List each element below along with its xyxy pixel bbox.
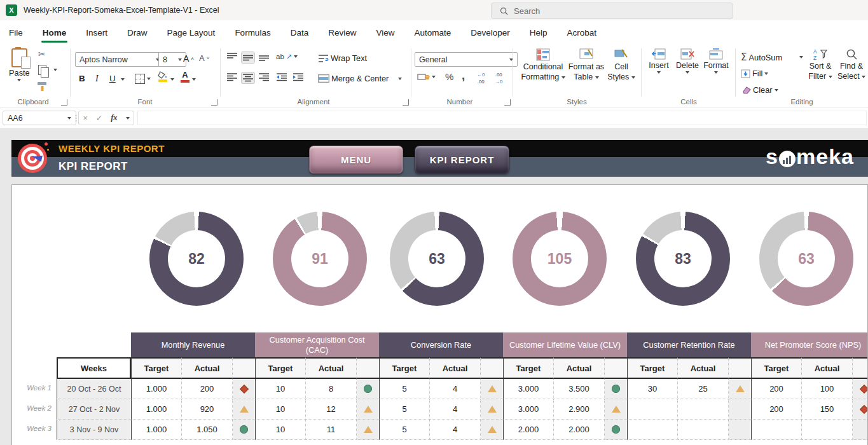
kpi-cell-r3-g6-actual[interactable] xyxy=(802,420,853,440)
kpi-cell-r1-g4-target[interactable]: 3.000 xyxy=(503,379,554,399)
find-select-button[interactable]: Find & Select xyxy=(837,48,866,81)
align-bottom-button[interactable] xyxy=(258,52,270,62)
kpi-cell-r1-g4-actual[interactable]: 3.500 xyxy=(554,379,605,399)
menu-tab-draw[interactable]: Draw xyxy=(126,20,149,44)
kpi-week-cell-2[interactable]: 27 Oct - 2 Nov xyxy=(57,399,131,420)
kpi-cell-r3-g5-actual[interactable] xyxy=(678,420,729,440)
font-color-button[interactable]: A xyxy=(181,71,189,83)
align-left-button[interactable] xyxy=(226,72,238,82)
menu-tab-developer[interactable]: Developer xyxy=(469,20,511,44)
search-input[interactable]: Search xyxy=(491,3,733,19)
bold-button[interactable]: B xyxy=(79,74,85,83)
menu-tab-data[interactable]: Data xyxy=(289,20,310,44)
clipboard-dialog-launcher[interactable] xyxy=(61,99,67,106)
confirm-entry-icon[interactable]: ✓ xyxy=(96,113,102,123)
menu-tab-acrobat[interactable]: Acrobat xyxy=(566,20,598,44)
fill-button[interactable]: Fill xyxy=(741,69,768,78)
kpi-status-cell-r3-g4[interactable] xyxy=(605,420,627,440)
kpi-donut-6[interactable]: 63 xyxy=(759,212,853,306)
menu-tab-review[interactable]: Review xyxy=(327,20,357,44)
increase-indent-button[interactable] xyxy=(293,72,304,82)
kpi-cell-r3-g1-actual[interactable]: 1.050 xyxy=(182,420,233,440)
comma-style-button[interactable]: , xyxy=(462,69,465,83)
format-cells-button[interactable]: Format xyxy=(702,48,730,74)
align-top-button[interactable] xyxy=(226,52,238,62)
cancel-entry-icon[interactable]: × xyxy=(83,114,87,123)
kpi-donut-4[interactable]: 105 xyxy=(513,212,607,306)
autosum-button[interactable]: Σ AutoSum xyxy=(741,51,803,63)
borders-button[interactable] xyxy=(135,74,151,84)
kpi-cell-r3-g3-actual[interactable]: 4 xyxy=(430,420,481,440)
kpi-status-cell-r2-g1[interactable] xyxy=(233,399,255,420)
kpi-cell-r2-g3-target[interactable]: 5 xyxy=(379,399,430,420)
kpi-cell-r3-g4-target[interactable]: 2.000 xyxy=(503,420,554,440)
number-dialog-launcher[interactable] xyxy=(504,99,511,106)
insert-cells-button[interactable]: Insert xyxy=(646,48,672,74)
kpi-week-cell-1[interactable]: 20 Oct - 26 Oct xyxy=(57,379,131,399)
menu-tab-formulas[interactable]: Formulas xyxy=(233,20,272,44)
kpi-cell-r1-g6-target[interactable]: 200 xyxy=(751,379,802,399)
kpi-status-cell-r2-g5[interactable] xyxy=(729,399,751,420)
align-middle-button[interactable] xyxy=(242,52,254,63)
kpi-donut-2[interactable]: 91 xyxy=(273,212,367,306)
kpi-cell-r2-g2-actual[interactable]: 12 xyxy=(306,399,357,420)
font-name-select[interactable]: Aptos Narrow xyxy=(75,52,164,67)
kpi-status-cell-r3-g6[interactable] xyxy=(853,420,868,440)
kpi-cell-r1-g2-actual[interactable]: 8 xyxy=(306,379,357,399)
kpi-cell-r2-g3-actual[interactable]: 4 xyxy=(430,399,481,420)
kpi-cell-r1-g5-actual[interactable]: 25 xyxy=(678,379,729,399)
cell-styles-button[interactable]: Cell Styles xyxy=(605,48,638,81)
clear-button[interactable]: Clear xyxy=(741,85,778,95)
align-center-button[interactable] xyxy=(242,72,254,83)
kpi-cell-r2-g4-actual[interactable]: 2.900 xyxy=(554,399,605,420)
kpi-week-cell-3[interactable]: 3 Nov - 9 Nov xyxy=(57,420,131,440)
menu-tab-help[interactable]: Help xyxy=(528,20,549,44)
font-dialog-launcher[interactable] xyxy=(211,99,217,106)
kpi-cell-r1-g3-target[interactable]: 5 xyxy=(379,379,430,399)
menu-button[interactable]: MENU xyxy=(309,146,403,174)
decrease-decimal-button[interactable]: .00→0 xyxy=(495,72,502,85)
kpi-cell-r3-g4-actual[interactable]: 2.000 xyxy=(554,420,605,440)
orientation-button[interactable]: ab↗ xyxy=(276,52,298,61)
name-box[interactable]: AA6 xyxy=(3,111,76,125)
kpi-status-cell-r2-g2[interactable] xyxy=(357,399,379,420)
wrap-text-button[interactable]: Wrap Text xyxy=(318,53,367,63)
italic-button[interactable]: I xyxy=(95,74,99,84)
format-painter-button[interactable] xyxy=(37,81,48,92)
kpi-cell-r1-g1-actual[interactable]: 200 xyxy=(182,379,233,399)
kpi-cell-r1-g2-target[interactable]: 10 xyxy=(255,379,306,399)
kpi-status-cell-r1-g2[interactable] xyxy=(357,379,379,399)
kpi-status-cell-r2-g3[interactable] xyxy=(481,399,503,420)
align-right-button[interactable] xyxy=(258,72,270,82)
kpi-cell-r2-g6-target[interactable]: 200 xyxy=(751,399,802,420)
kpi-cell-r2-g6-actual[interactable]: 150 xyxy=(802,399,853,420)
kpi-donut-5[interactable]: 83 xyxy=(636,212,730,306)
sort-filter-button[interactable]: A Z Sort & Filter xyxy=(805,48,836,81)
kpi-cell-r2-g1-target[interactable]: 1.000 xyxy=(131,399,182,420)
menu-tab-insert[interactable]: Insert xyxy=(85,20,109,44)
fill-color-button[interactable] xyxy=(158,71,168,82)
increase-decimal-button[interactable]: ←0.00 xyxy=(477,72,485,85)
kpi-status-cell-r3-g1[interactable] xyxy=(233,420,255,440)
underline-options-chevron[interactable] xyxy=(121,78,125,81)
cut-button[interactable]: ✂ xyxy=(38,50,46,58)
kpi-status-cell-r3-g5[interactable] xyxy=(729,420,751,440)
formula-input[interactable] xyxy=(137,111,867,125)
kpi-cell-r3-g2-actual[interactable]: 11 xyxy=(306,420,357,440)
kpi-status-cell-r1-g3[interactable] xyxy=(481,379,503,399)
kpi-cell-r3-g5-target[interactable] xyxy=(627,420,678,440)
kpi-status-cell-r2-g6[interactable] xyxy=(853,399,868,420)
kpi-cell-r3-g3-target[interactable]: 5 xyxy=(379,420,430,440)
delete-cells-button[interactable]: Delete xyxy=(674,48,701,74)
kpi-status-cell-r1-g5[interactable] xyxy=(729,379,751,399)
kpi-status-cell-r3-g2[interactable] xyxy=(357,420,379,440)
menu-tab-view[interactable]: View xyxy=(375,20,396,44)
kpi-cell-r2-g2-target[interactable]: 10 xyxy=(255,399,306,420)
format-as-table-button[interactable]: Format as Table xyxy=(567,48,606,81)
accounting-format-button[interactable] xyxy=(417,72,436,81)
menu-tab-file[interactable]: File xyxy=(8,20,24,44)
copy-button[interactable] xyxy=(38,65,57,75)
decrease-indent-button[interactable] xyxy=(276,72,287,82)
kpi-cell-r3-g1-target[interactable]: 1.000 xyxy=(131,420,182,440)
kpi-status-cell-r2-g4[interactable] xyxy=(605,399,627,420)
